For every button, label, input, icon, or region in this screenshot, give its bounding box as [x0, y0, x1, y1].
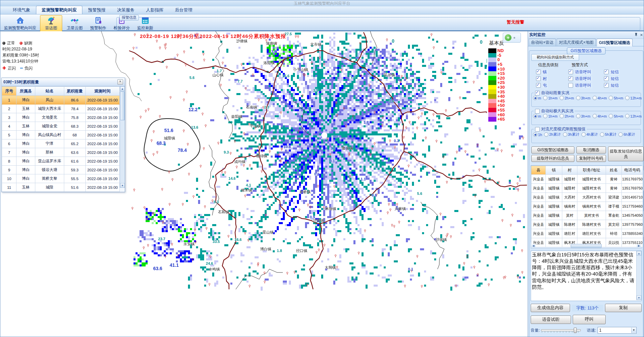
toolbar-button-0[interactable]: 监测预警靶向叫应 — [2, 15, 39, 32]
checkbox-icon[interactable] — [604, 76, 609, 81]
panel-tab-0[interactable]: 自动站+雷达 — [529, 39, 556, 46]
radio-option[interactable]: 4h+m — [593, 114, 607, 118]
checkbox-icon[interactable] — [604, 70, 609, 74]
table-row[interactable]: 兴业县城隍镇镇南村镇南村支书谭于模1517759460 — [531, 202, 643, 211]
radio-icon[interactable] — [544, 132, 548, 137]
rain-table-titlebar[interactable]: 03时~15时累积雨量 × — [2, 78, 125, 86]
radio-icon[interactable] — [600, 132, 604, 137]
radio-icon[interactable] — [581, 132, 586, 137]
table-row[interactable]: 8博白亚山温罗水库61.62022-08-19 15:00 — [2, 157, 120, 166]
warning-message-text[interactable]: 玉林市气象台19日5时15分发布暴雨橙色预警信号：4时以来兴业县城隍大西水库已出… — [531, 251, 636, 301]
scroll-left-icon[interactable]: ◀ — [531, 244, 536, 248]
contacts-header-2[interactable]: 村 — [562, 166, 577, 175]
radio-icon[interactable] — [560, 96, 564, 100]
radio-option[interactable]: 2h累计 — [544, 132, 561, 137]
table-row[interactable]: 兴业县城隍镇莫村莫村支书覃金乾1345754050 — [531, 211, 643, 220]
level-checkbox-屯[interactable]: 屯 — [531, 83, 568, 88]
checkbox-icon[interactable] — [536, 83, 541, 88]
pin-icon[interactable] — [634, 33, 638, 37]
sms-checkbox[interactable]: 短信 — [604, 69, 620, 75]
radio-icon[interactable] — [625, 114, 630, 118]
panel-tab-1[interactable]: 对流尺度模式+地图 — [557, 39, 596, 46]
table-row[interactable]: 6博白宁潭65.22022-08-19 15:00 — [2, 139, 120, 148]
level-checkbox-镇[interactable]: 镇 — [531, 69, 568, 75]
menu-tab-2[interactable]: 预警预报 — [82, 6, 111, 14]
radio-option[interactable]: 1h+m — [543, 114, 558, 118]
table-row[interactable]: 3博白文地姜充75.82022-08-19 15:00 — [2, 113, 120, 122]
copy-message-button[interactable]: 复制 — [605, 304, 642, 312]
rain-table-header-0[interactable]: 序号 — [2, 87, 16, 96]
table-row[interactable]: 2玉林城隍大西水库78.42022-08-19 15:00 — [2, 104, 120, 113]
level-mode-button[interactable]: 靶向叫应的级别和方式 — [531, 54, 579, 61]
cancel-select-button[interactable]: 取消圈选 — [576, 146, 606, 154]
voice-checkbox[interactable]: 语音呼叫 — [568, 83, 604, 88]
menu-tab-3[interactable]: 决策服务 — [111, 6, 140, 14]
voice-checkbox[interactable]: 语音呼叫 — [568, 76, 604, 82]
voice-checkbox[interactable]: 语音呼叫 — [568, 69, 604, 75]
table-row[interactable]: 10博白英桥文黎55.52022-08-19 15:00 — [2, 174, 120, 183]
radio-icon[interactable] — [609, 96, 613, 100]
close-icon[interactable]: ✕ — [640, 33, 643, 37]
table-row[interactable]: 11玉林城隍51.62022-08-19 15:00 — [2, 183, 120, 192]
radio-icon[interactable] — [533, 114, 537, 118]
checkbox-icon[interactable] — [535, 91, 540, 95]
contacts-header-3[interactable]: 职务/地址 — [577, 166, 606, 175]
radio-option[interactable]: 3h+m — [576, 96, 591, 100]
radio-icon[interactable] — [576, 96, 580, 100]
table-row[interactable]: 1博白凤山86.62022-08-19 15:00 — [2, 96, 120, 104]
radio-option[interactable]: 4h累计 — [581, 132, 598, 137]
radio-icon[interactable] — [618, 132, 623, 137]
scrollbar-thumb[interactable] — [571, 244, 602, 248]
table-row[interactable]: 4玉林城隍金党68.32022-08-19 15:00 — [2, 122, 120, 131]
speed-select[interactable]: 1 ▼ — [598, 327, 637, 334]
message-scrollbar[interactable]: ▲ ▼ — [636, 251, 641, 300]
contacts-header-1[interactable]: 镇 — [546, 166, 562, 175]
radio-icon[interactable] — [625, 96, 630, 100]
table-row[interactable]: 5博白凤山镇凤山村682022-08-19 15:00 — [2, 131, 120, 139]
rain-table-scrollbar[interactable]: ▲ ▼ — [120, 86, 125, 188]
toolbar-button-3[interactable]: 预警制作 — [87, 15, 109, 32]
close-icon[interactable]: × — [117, 79, 123, 85]
menu-tab-0[interactable]: 环境气象 — [7, 6, 36, 14]
checkbox-icon[interactable] — [536, 76, 541, 81]
radio-option[interactable]: 3h累计 — [563, 132, 579, 137]
radio-option[interactable]: 4h+m — [593, 96, 607, 100]
radio-icon[interactable] — [593, 114, 597, 118]
contacts-hscrollbar[interactable]: ◀ ▶ — [531, 243, 642, 249]
menu-tab-1[interactable]: 监测预警靶向叫应 — [36, 6, 82, 14]
radio-icon[interactable] — [609, 114, 613, 118]
scroll-up-icon[interactable]: ▲ — [637, 251, 641, 256]
panel-tab-2[interactable]: GIS预警区域圈选 — [597, 39, 633, 46]
checkbox-icon[interactable] — [535, 127, 540, 132]
extract-call-contacts-button[interactable]: 提取呼叫的信息员 — [531, 155, 574, 162]
radio-option[interactable]: m — [533, 114, 541, 118]
scroll-right-icon[interactable]: ▶ — [637, 244, 641, 248]
radio-option[interactable]: 2h+m — [560, 96, 574, 100]
radio-option[interactable]: m — [533, 96, 541, 100]
radio-option[interactable]: 2h+m — [560, 114, 574, 118]
radio-icon[interactable] — [543, 96, 547, 100]
checkbox-icon[interactable] — [535, 109, 540, 114]
table-row[interactable]: 兴业县城隍镇塘肚村塘肚村支书钟塔1378855340 — [531, 229, 643, 238]
radio-option[interactable]: 5h+m — [609, 114, 623, 118]
rain-table-header-1[interactable]: 所属县 — [16, 87, 35, 96]
radio-option[interactable]: 5h累计 — [600, 132, 616, 137]
contacts-header-0[interactable]: 县 — [531, 166, 546, 175]
radio-icon[interactable] — [563, 132, 567, 137]
scroll-down-icon[interactable]: ▼ — [120, 183, 125, 188]
copy-numbers-button[interactable]: 复制呼叫号码 — [576, 155, 606, 162]
checkbox-icon[interactable] — [604, 83, 609, 88]
radio-option[interactable]: 3h+m — [576, 114, 591, 118]
radio-icon[interactable] — [533, 96, 537, 100]
table-row[interactable]: 9博白顿谷大塘59.32022-08-19 15:00 — [2, 166, 120, 174]
menu-tab-4[interactable]: 人影指挥 — [140, 6, 169, 14]
radio-option[interactable]: 12h+m — [625, 114, 642, 118]
volume-slider[interactable] — [541, 328, 581, 333]
scrollbar-thumb[interactable] — [120, 91, 125, 120]
table-row[interactable]: 兴业县城隍镇陈塘村陈塘村支书莫文绍1397757960 — [531, 220, 643, 229]
rain-table-header-3[interactable]: 累积雨量 — [64, 87, 85, 96]
radio-icon[interactable] — [533, 132, 537, 137]
generate-message-button[interactable]: 生成信息内容 — [531, 304, 570, 312]
radio-option[interactable]: 12h+m — [625, 96, 642, 100]
level-checkbox-村[interactable]: 村 — [531, 76, 568, 82]
